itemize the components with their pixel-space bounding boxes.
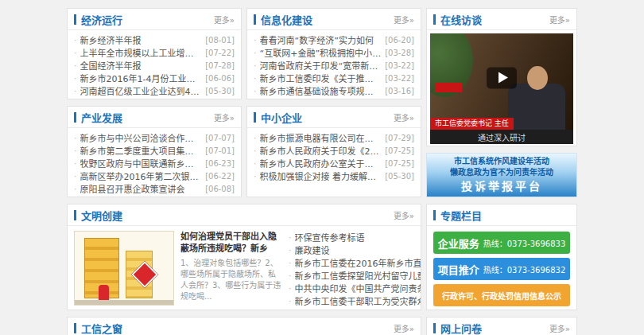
- column-middle: 信息化建设 更多» · 看看河南“数字经济”实力如何 [06-20] ·: [246, 8, 421, 197]
- bullet-icon: ·: [289, 232, 292, 243]
- project-promotion-button[interactable]: 项目推介 热线：0373-3696832: [433, 258, 570, 280]
- news-date: [07-22]: [205, 49, 235, 57]
- row-bottom: 工信之窗 更多» 网上问卷 更多»: [67, 317, 577, 335]
- more-link-civilization[interactable]: 更多»: [394, 209, 414, 221]
- news-item: · 新乡市工信委探望阳光村留守儿童和孤儿 [07-27]: [289, 269, 421, 282]
- news-date: [03-22]: [385, 61, 414, 70]
- news-link[interactable]: 新乡市通信基础设施专项规划（2016－2020）通过专家评审: [260, 84, 382, 97]
- news-item: · 河南省政府关于印发“宽带新乡”行动计划 [03-22]: [254, 59, 414, 72]
- panel-informatization: 信息化建设 更多» · 看看河南“数字经济”实力如何 [06-20] ·: [246, 8, 421, 99]
- more-link-sme[interactable]: 更多»: [394, 111, 414, 123]
- enterprise-service-button[interactable]: 企业服务 热线：0373-3696833: [433, 232, 570, 254]
- news-date: [07-25]: [385, 146, 414, 155]
- news-link[interactable]: 看看河南“数字经济”实力如何: [260, 33, 382, 46]
- news-link[interactable]: 新乡市人民政府关于印发《2014年新乡市小额贷款公司、小: [260, 144, 382, 157]
- news-link[interactable]: 积极加强银企对接 着力缓解融资困难: [260, 169, 382, 182]
- bullet-icon: ·: [254, 171, 257, 181]
- news-link[interactable]: 新乡市第二季度重大项目集中开工: [80, 144, 203, 157]
- news-link[interactable]: 河南省政府关于印发“宽带新乡”行动计划: [260, 59, 382, 72]
- news-link[interactable]: 上半年全市规模以上工业增加值同比增长8.3%: [80, 46, 203, 59]
- play-triangle-icon: [499, 72, 508, 84]
- more-link-economy[interactable]: 更多»: [214, 14, 235, 25]
- news-link[interactable]: 环保宣传参考标语: [295, 231, 422, 243]
- bullet-icon: ·: [289, 283, 292, 294]
- more-link-industry[interactable]: 更多»: [214, 111, 235, 123]
- bullet-icon: ·: [74, 35, 77, 45]
- bullet-icon: ·: [254, 48, 257, 58]
- button-hotline: 热线：0373-3696832: [483, 263, 566, 275]
- news-date: [06-20]: [385, 36, 414, 45]
- bullet-icon: ·: [289, 271, 292, 281]
- news-date: [06-23]: [205, 159, 235, 168]
- panel-online-survey: 网上问卷 更多»: [426, 317, 577, 335]
- news-link[interactable]: 新乡市工信委在2016年新乡市直机关羽毛球比赛中获得好: [295, 256, 422, 269]
- more-link-industry-window[interactable]: 更多»: [394, 322, 414, 334]
- bullet-icon: ·: [289, 296, 292, 306]
- page-content: 经济运行 更多» · 新乡经济半年报 [08-01] · 上半年: [67, 0, 577, 335]
- bullet-icon: ·: [74, 133, 77, 143]
- news-link[interactable]: 新乡经济半年报: [80, 33, 203, 46]
- bullet-icon: ·: [254, 73, 257, 84]
- news-link[interactable]: 高新区举办2016年第二次银企对接暨新三板培训会: [80, 169, 203, 182]
- title-accent-bar: [254, 112, 256, 123]
- news-item: · 新乡市工信委在2016年新乡市直机关羽毛球比赛中获得好 [08-08]: [289, 256, 421, 269]
- news-link[interactable]: 新乡市工信委探望阳光村留守儿童和孤儿: [295, 269, 422, 282]
- news-link[interactable]: 廉政建设: [295, 243, 422, 256]
- news-date: [06-08]: [205, 185, 235, 193]
- panel-interview-header: 在线访谈 更多»: [427, 9, 576, 30]
- news-item: · 高新区举办2016年第二次银企对接暨新三板培训会 [06-22]: [74, 169, 235, 182]
- news-link[interactable]: 新乡市工信委干部职工为受灾群众捐款: [295, 294, 422, 307]
- news-link[interactable]: 新乡市振源电器有限公司在新三板成功挂牌: [260, 131, 382, 144]
- news-item: · 上半年全市规模以上工业增加值同比增长8.3% [07-22]: [74, 46, 235, 59]
- news-link[interactable]: 新乡市人民政府办公室关于印发新乡市小额贷款公司监管: [260, 157, 382, 169]
- panel-interview: 在线访谈 更多» 市工信委党委书记 主任 通过深入研讨: [426, 8, 577, 146]
- credit-info-publicity-button[interactable]: 行政许可、行政处罚信用信息公示: [433, 284, 570, 306]
- news-item: · 牧野区政府与中国联通新乡市分公司达成战略合作共识 [06-23]: [74, 157, 235, 169]
- play-icon[interactable]: [487, 67, 517, 88]
- panel-title-online-survey: 网上问卷: [440, 321, 482, 335]
- news-link[interactable]: 中共中央印发《中国共产党问责条例》: [295, 282, 422, 294]
- bullet-icon: ·: [74, 48, 77, 58]
- news-item: · 新乡市与中兴公司洽谈合作项目 [07-07]: [74, 131, 235, 144]
- news-item: · “互联网+金融”积极拥抱中小企业共赢2016新契 [03-28]: [254, 46, 414, 59]
- panel-civilization-header: 文明创建 更多»: [68, 205, 421, 226]
- more-link-online-survey[interactable]: 更多»: [549, 322, 570, 334]
- featured-article: 如何治理党员干部出入隐蔽场所违规吃喝？新乡 1、治理对象包括哪些？2、哪些场所属…: [180, 231, 282, 307]
- banner-line-1: 市工信系统作风建设年活动: [454, 157, 549, 166]
- more-link-informatization[interactable]: 更多»: [394, 14, 414, 25]
- guest-figure-head: [527, 66, 548, 90]
- news-item: · 新乡市第二季度重大项目集中开工 [07-01]: [74, 144, 235, 157]
- title-accent-bar: [433, 14, 436, 25]
- news-link[interactable]: 牧野区政府与中国联通新乡市分公司达成战略合作共识: [80, 157, 203, 169]
- news-link[interactable]: “互联网+金融”积极拥抱中小企业共赢2016新契: [260, 46, 382, 59]
- interview-video-thumbnail[interactable]: 市工信委党委书记 主任: [430, 33, 573, 130]
- complaint-report-banner[interactable]: 市工信系统作风建设年活动 懒政怠政为官不为问责年活动 投诉举报平台: [426, 153, 577, 197]
- bullet-icon: ·: [254, 60, 257, 71]
- more-link-interview[interactable]: 更多»: [549, 14, 570, 25]
- panel-title-industry-window: 工信之窗: [81, 321, 122, 335]
- bullet-icon: ·: [74, 60, 77, 71]
- title-accent-bar: [254, 14, 256, 25]
- panel-sme: 中小企业 更多» · 新乡市振源电器有限公司在新三板成功挂牌 [07-29] ·: [246, 106, 421, 197]
- news-link[interactable]: 原阳县召开惠企政策宣讲会: [80, 182, 203, 195]
- button-hotline: 热线：0373-3696833: [483, 237, 566, 249]
- bullet-icon: ·: [254, 133, 257, 143]
- featured-headline[interactable]: 如何治理党员干部出入隐蔽场所违规吃喝？新乡: [180, 231, 282, 255]
- news-link[interactable]: 新乡市与中兴公司洽谈合作项目: [80, 131, 203, 144]
- panel-industry-window-header: 工信之窗 更多»: [68, 317, 421, 335]
- news-link[interactable]: 河南超百亿级工业企业达到43家: [80, 84, 203, 97]
- title-accent-bar: [433, 323, 436, 333]
- title-accent-bar: [74, 112, 76, 123]
- video-caption: 通过深入研讨: [430, 130, 573, 144]
- news-date: [07-01]: [205, 146, 235, 155]
- news-date: [06-06]: [205, 74, 235, 83]
- news-list-civilization: · 环保宣传参考标语 [10-09] · 廉政建设 [09-07] ·: [289, 231, 421, 307]
- panel-civilization: 文明创建 更多» 如何治理党员干部出入隐蔽场所违规吃喝？新乡 1、治理对象包括哪…: [67, 204, 421, 310]
- news-link[interactable]: 全国经济半年报: [80, 59, 203, 72]
- civilization-cartoon-image[interactable]: [74, 231, 174, 306]
- news-date: [07-25]: [385, 159, 414, 168]
- panel-title-industry: 产业发展: [81, 110, 122, 125]
- panel-economy: 经济运行 更多» · 新乡经济半年报 [08-01] · 上半年: [67, 8, 242, 99]
- news-link[interactable]: 新乡市2016年1-4月份工业经济运行情况: [80, 72, 203, 84]
- news-link[interactable]: 新乡市工信委印发《关于推进“互联网+制造业”的实: [260, 72, 382, 84]
